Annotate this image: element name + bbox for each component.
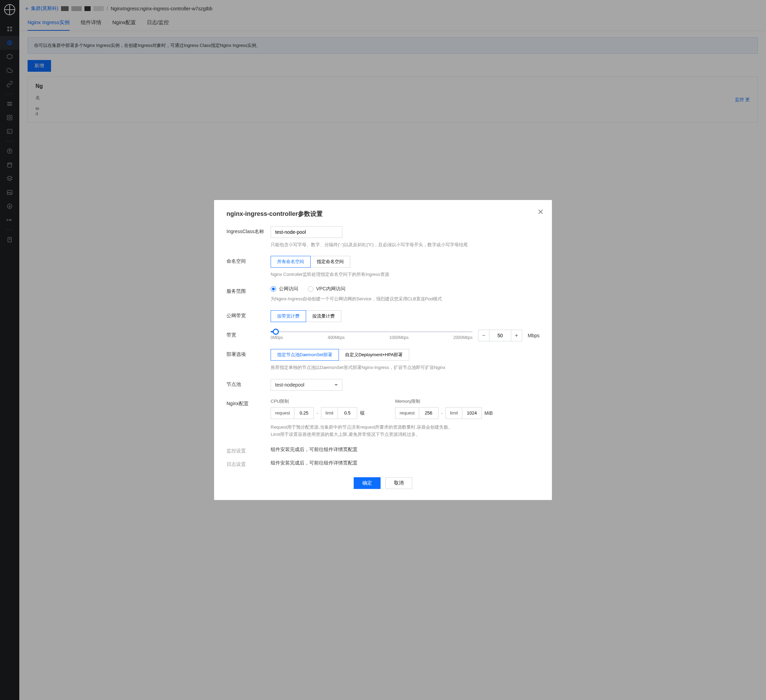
- stepper-minus[interactable]: −: [478, 330, 489, 341]
- radio-vpc[interactable]: VPC内网访问: [308, 286, 345, 292]
- mem-limit-input[interactable]: [462, 408, 481, 419]
- label-namespace: 命名空间: [226, 256, 271, 278]
- cpu-unit: 核: [360, 410, 365, 416]
- modal-title: nginx-ingress-controller参数设置: [226, 210, 540, 218]
- monitor-text: 组件安装完成后，可前往组件详情页配置: [271, 445, 540, 453]
- log-text: 组件安装完成后，可前往组件详情页配置: [271, 459, 540, 466]
- mem-limit-label: limit: [446, 410, 462, 415]
- label-monitor: 监控设置: [226, 445, 271, 454]
- nginxconfig-helper2: Limit用于设置容器使用资源的最大上限,避免异常情况下节点资源消耗过多。: [271, 431, 540, 438]
- close-icon[interactable]: ✕: [537, 207, 544, 217]
- radio-vpc-label: VPC内网访问: [316, 286, 345, 292]
- namespace-helper: Nginx Controller监听处理指定命名空间下的所有Ingress资源: [271, 271, 540, 278]
- dash: -: [441, 410, 443, 416]
- label-ingressclass: IngressClass名称: [226, 226, 271, 249]
- cpu-limit-label: limit: [321, 410, 337, 415]
- mem-label: Memory限制: [395, 398, 502, 404]
- billing-bandwidth-button[interactable]: 按带宽计费: [271, 310, 306, 322]
- label-deploy: 部署选项: [226, 349, 271, 371]
- label-nodepool: 节点池: [226, 379, 271, 391]
- bandwidth-slider[interactable]: 0Mbps 400Mbps 1000Mbps 2000Mbps: [271, 331, 473, 340]
- mem-request-box: request: [395, 407, 438, 419]
- nodepool-select[interactable]: test-nodepool: [271, 379, 342, 391]
- deploy-helper: 推荐指定单独的节点池以DaemonSet形式部署Nginx-Ingress，扩容…: [271, 364, 540, 371]
- radio-public-label: 公网访问: [279, 286, 298, 292]
- ingressclass-helper: 只能包含小写字母、数字、分隔符('-')以及反斜杠('\\')，且必须以小写字母…: [271, 241, 540, 249]
- label-bandwidth: 带宽: [226, 329, 271, 341]
- confirm-button[interactable]: 确定: [354, 477, 381, 489]
- tick: 1000Mbps: [389, 335, 408, 340]
- stepper-plus[interactable]: +: [511, 330, 522, 341]
- label-log: 日志设置: [226, 459, 271, 467]
- radio-public[interactable]: 公网访问: [271, 286, 298, 292]
- dash: -: [317, 410, 318, 416]
- namespace-spec-button[interactable]: 指定命名空间: [310, 256, 350, 268]
- mem-unit: MiB: [484, 410, 493, 416]
- cpu-request-box: request: [271, 407, 314, 419]
- bandwidth-value-input[interactable]: [489, 330, 511, 341]
- label-service-scope: 服务范围: [226, 286, 271, 303]
- bandwidth-unit: Mbps: [528, 333, 540, 338]
- nodepool-value: test-nodepool: [275, 382, 304, 388]
- modal-backdrop: nginx-ingress-controller参数设置 ✕ IngressCl…: [0, 0, 766, 700]
- bandwidth-stepper: − +: [478, 329, 522, 341]
- cpu-request-input[interactable]: [294, 408, 313, 419]
- label-bandwidth-billing: 公网带宽: [226, 310, 271, 322]
- nginxconfig-helper1: Request用于预分配资源,当集群中的节点没有request所要求的资源数量时…: [271, 424, 540, 431]
- modal: nginx-ingress-controller参数设置 ✕ IngressCl…: [214, 200, 552, 500]
- namespace-all-button[interactable]: 所有命名空间: [271, 256, 310, 268]
- billing-traffic-button[interactable]: 按流量计费: [306, 310, 341, 322]
- mem-request-input[interactable]: [419, 408, 438, 419]
- label-nginxconfig: Nginx配置: [226, 398, 271, 438]
- cpu-limit-box: limit: [321, 407, 357, 419]
- deploy-deployment-button[interactable]: 自定义Deployment+HPA部署: [339, 349, 410, 361]
- tick: 400Mbps: [328, 335, 344, 340]
- cancel-button[interactable]: 取消: [385, 477, 412, 489]
- ingressclass-input[interactable]: [271, 226, 342, 238]
- cpu-request-label: request: [271, 410, 294, 415]
- deploy-daemonset-button[interactable]: 指定节点池DaemonSet部署: [271, 349, 339, 361]
- mem-request-label: request: [396, 410, 418, 415]
- tick: 2000Mbps: [453, 335, 473, 340]
- cpu-limit-input[interactable]: [337, 408, 357, 419]
- mem-limit-box: limit: [445, 407, 481, 419]
- cpu-label: CPU限制: [271, 398, 374, 404]
- service-scope-helper: 为Nginx-Ingress自动创建一个可公网访网的Service，强烈建议您采…: [271, 296, 540, 303]
- modal-footer: 确定 取消: [226, 477, 540, 489]
- tick: 0Mbps: [271, 335, 283, 340]
